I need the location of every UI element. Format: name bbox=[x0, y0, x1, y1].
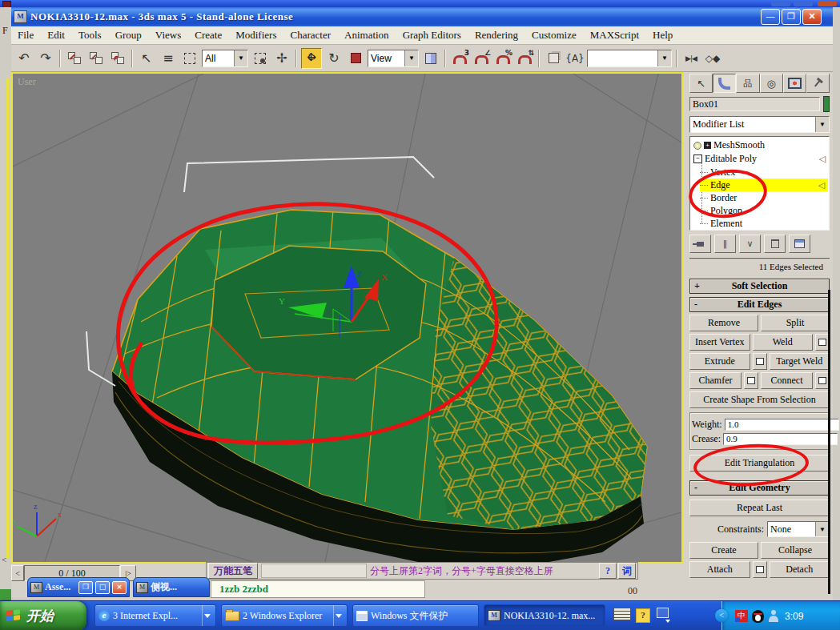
object-color-swatch[interactable] bbox=[823, 96, 830, 112]
window-crossing-icon[interactable] bbox=[251, 49, 270, 68]
select-by-name-icon[interactable]: ≡ bbox=[159, 49, 178, 68]
menu-tools[interactable]: Tools bbox=[78, 29, 102, 42]
select-and-link-icon[interactable] bbox=[65, 49, 84, 68]
stack-item-editable-poly[interactable]: − Editable Poly ◁ bbox=[690, 152, 829, 166]
menu-animation[interactable]: Animation bbox=[344, 29, 389, 42]
attach-settings-button[interactable] bbox=[753, 561, 767, 578]
keyboard-shortcut-override-icon[interactable]: {A} bbox=[565, 49, 585, 68]
rollout-soft-selection[interactable]: + Soft Selection bbox=[689, 279, 830, 294]
extrude-button[interactable]: Extrude bbox=[689, 353, 750, 370]
stack-item-element[interactable]: Element bbox=[700, 217, 829, 230]
titlebar[interactable]: M NOKIA3310-12.max - 3ds max 5 - Stand-a… bbox=[11, 7, 833, 26]
task-internet-explorer[interactable]: e 3 Internet Expl... bbox=[94, 604, 216, 627]
attach-button[interactable]: Attach bbox=[689, 561, 750, 578]
dropdown-arrow-icon[interactable]: ▼ bbox=[815, 117, 829, 132]
unlink-selection-icon[interactable] bbox=[86, 49, 106, 68]
stack-item-vertex[interactable]: Vertex bbox=[700, 166, 829, 179]
bulb-icon[interactable] bbox=[693, 142, 701, 150]
ime-help-tray-icon[interactable]: ? bbox=[636, 608, 650, 623]
menu-maxscript[interactable]: MAXScript bbox=[590, 29, 639, 42]
reference-coordsys-dropdown[interactable]: View▼ bbox=[368, 50, 419, 67]
split-button[interactable]: Split bbox=[761, 315, 830, 331]
tray-chevron-icon[interactable]: < bbox=[715, 609, 728, 622]
task-windows-explorer[interactable]: 2 Windows Explorer bbox=[221, 604, 348, 627]
task-group-arrow-icon[interactable] bbox=[333, 605, 344, 626]
keyboard-layout-icon[interactable] bbox=[613, 608, 631, 620]
task-3dsmax[interactable]: M NOKIA3310-12. max... bbox=[484, 604, 605, 627]
collapse-button[interactable]: Collapse bbox=[761, 542, 830, 559]
tab-display-icon[interactable] bbox=[783, 74, 806, 93]
restore-button[interactable]: ❐ bbox=[782, 9, 801, 25]
rollout-edit-geometry[interactable]: - Edit Geometry bbox=[689, 480, 830, 496]
select-region-icon[interactable] bbox=[180, 49, 199, 68]
object-name-field[interactable] bbox=[689, 97, 820, 111]
stack-item-polygon[interactable]: Polygon bbox=[700, 204, 829, 217]
task-group-arrow-icon[interactable] bbox=[202, 605, 212, 626]
target-weld-button[interactable]: Target Weld bbox=[770, 353, 830, 370]
remove-button[interactable]: Remove bbox=[689, 315, 758, 331]
selection-filter-dropdown[interactable]: All▼ bbox=[202, 50, 248, 67]
viewport-label[interactable]: User bbox=[18, 76, 36, 88]
menu-modifiers[interactable]: Modifiers bbox=[235, 29, 276, 42]
extrude-settings-button[interactable] bbox=[753, 353, 767, 370]
named-selection-dropdown[interactable]: ▼ bbox=[587, 50, 672, 67]
bind-to-spacewarp-icon[interactable] bbox=[108, 49, 127, 68]
constraints-dropdown[interactable]: None ▼ bbox=[767, 521, 830, 537]
language-bar-options-icon[interactable] bbox=[657, 608, 669, 618]
menu-edit[interactable]: Edit bbox=[47, 29, 65, 42]
show-end-result-icon[interactable]: ‖ bbox=[714, 235, 736, 253]
qq-icon[interactable] bbox=[752, 610, 764, 623]
weld-button[interactable]: Weld bbox=[753, 334, 814, 351]
mirror-icon[interactable]: ▶|◀ bbox=[681, 49, 701, 68]
select-and-rotate-icon[interactable]: ↻ bbox=[324, 49, 344, 68]
expand-icon[interactable]: + bbox=[704, 142, 711, 149]
dropdown-arrow-icon[interactable]: ▼ bbox=[657, 50, 671, 66]
select-object-icon[interactable]: ↖ bbox=[137, 49, 156, 68]
menu-character[interactable]: Character bbox=[290, 29, 331, 42]
redo-icon[interactable]: ↷ bbox=[36, 49, 55, 68]
dropdown-arrow-icon[interactable]: ▼ bbox=[234, 50, 247, 66]
repeat-last-button[interactable]: Repeat Last bbox=[689, 500, 830, 516]
crease-field[interactable] bbox=[723, 433, 838, 445]
detach-button[interactable]: Detach bbox=[770, 561, 830, 578]
ime-word-button[interactable]: 词 bbox=[618, 563, 636, 579]
select-and-scale-icon[interactable] bbox=[346, 49, 365, 68]
messenger-icon[interactable] bbox=[768, 610, 779, 622]
ime-name-button[interactable]: 万能五笔 bbox=[208, 563, 258, 579]
start-button[interactable]: 开始 bbox=[0, 601, 86, 630]
mini-close-button[interactable]: × bbox=[112, 581, 127, 594]
mini-window-sideview[interactable]: M 侧视... bbox=[133, 577, 210, 597]
align-icon[interactable]: ◇◆ bbox=[703, 49, 722, 68]
ime-candidate-bar[interactable]: 1zzb 2zzbd bbox=[211, 580, 425, 598]
make-unique-icon[interactable]: ∨ bbox=[739, 235, 761, 253]
tab-create-icon[interactable]: ↖ bbox=[689, 74, 713, 93]
task-file-protection[interactable]: Windows 文件保护 bbox=[352, 604, 479, 627]
insert-vertex-button[interactable]: Insert Vertex bbox=[689, 334, 750, 351]
pin-stack-icon[interactable] bbox=[689, 235, 711, 253]
close-button[interactable]: ✕ bbox=[802, 9, 822, 25]
time-prev-button[interactable]: < bbox=[11, 565, 24, 581]
menu-group[interactable]: Group bbox=[115, 29, 142, 42]
create-shape-button[interactable]: Create Shape From Selection bbox=[689, 391, 830, 408]
stack-item-border[interactable]: Border bbox=[700, 191, 829, 204]
menu-create[interactable]: Create bbox=[195, 29, 222, 42]
mini-window-asset[interactable]: M Asse... ❐ □ × bbox=[27, 577, 130, 597]
stack-item-meshsmooth[interactable]: + MeshSmooth bbox=[690, 138, 829, 152]
stack-item-edge[interactable]: Edge◁ bbox=[700, 179, 828, 191]
use-center-icon[interactable] bbox=[421, 49, 440, 68]
create-button[interactable]: Create bbox=[689, 542, 758, 559]
tab-modify-icon[interactable] bbox=[713, 74, 736, 93]
menu-rendering[interactable]: Rendering bbox=[475, 29, 518, 42]
tab-motion-icon[interactable]: ◎ bbox=[760, 74, 783, 93]
percent-snap-icon[interactable]: % bbox=[493, 49, 512, 68]
configure-modifier-sets-icon[interactable] bbox=[789, 235, 810, 253]
viewport-user[interactable]: User bbox=[11, 72, 683, 564]
rollout-edit-edges[interactable]: - Edit Edges bbox=[689, 297, 830, 312]
connect-button[interactable]: Connect bbox=[761, 372, 813, 389]
remove-modifier-icon[interactable] bbox=[764, 235, 786, 253]
mini-restore-button[interactable]: ❐ bbox=[78, 581, 93, 594]
dropdown-arrow-icon[interactable]: ▼ bbox=[815, 522, 829, 536]
menu-file[interactable]: File bbox=[18, 29, 34, 42]
panel-scrollbar[interactable] bbox=[828, 290, 830, 594]
mini-maximize-button[interactable]: □ bbox=[95, 581, 110, 594]
